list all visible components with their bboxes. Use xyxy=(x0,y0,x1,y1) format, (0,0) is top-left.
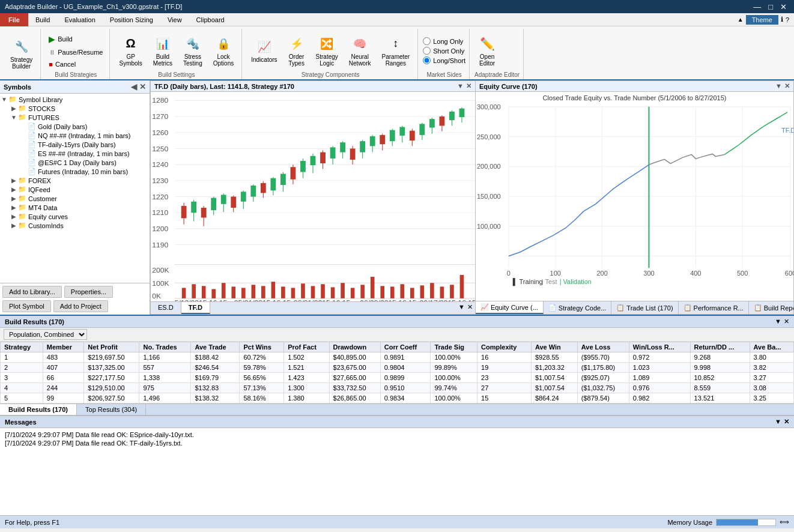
maximize-btn[interactable]: □ xyxy=(766,2,775,11)
menu-view[interactable]: View xyxy=(160,13,189,26)
performance-r-tab[interactable]: 📋 Performance R... xyxy=(679,301,749,314)
menu-build[interactable]: Build xyxy=(28,13,57,26)
top-results-tab[interactable]: Top Results (304) xyxy=(77,404,146,415)
properties-button[interactable]: Properties... xyxy=(64,286,113,298)
order-types-button[interactable]: ⚡ OrderTypes xyxy=(284,32,309,70)
equity-close-btn[interactable]: ✕ xyxy=(784,82,790,90)
long-short-option[interactable]: Long/Short xyxy=(423,56,465,64)
messages-close-icon[interactable]: ✕ xyxy=(784,418,789,426)
tree-node-equitycurves[interactable]: ▶📁Equity curves xyxy=(0,212,150,221)
add-to-library-button[interactable]: Add to Library... xyxy=(2,286,62,298)
col-trade-sig[interactable]: Trade Sig xyxy=(431,342,477,352)
tree-node-stocks[interactable]: ▶📁STOCKS xyxy=(0,104,150,113)
tree-node-nq[interactable]: 📄NQ ##-## (Intraday, 1 min bars) xyxy=(0,131,150,140)
tree-node-mt4data[interactable]: ▶📁MT4 Data xyxy=(0,203,150,212)
chart-dropdown-btn[interactable]: ▼ xyxy=(457,82,464,90)
tree-toggle-futures[interactable]: ▼ xyxy=(10,114,18,121)
menu-position-sizing[interactable]: Position Sizing xyxy=(103,13,160,26)
tree-node-forex[interactable]: ▶📁FOREX xyxy=(0,176,150,185)
symbols-pin-btn[interactable]: ◀ xyxy=(131,82,137,91)
results-close-icon[interactable]: ✕ xyxy=(784,318,789,325)
results-dropdown-icon[interactable]: ▼ xyxy=(775,318,781,325)
table-row[interactable]: 599$206,927.501,496$138.3258.16%1.380$26… xyxy=(1,393,794,404)
col-drawdown[interactable]: Drawdown xyxy=(329,342,380,352)
menu-evaluation[interactable]: Evaluation xyxy=(57,13,102,26)
plot-symbol-button[interactable]: Plot Symbol xyxy=(2,300,51,312)
trade-list-tab[interactable]: 📋 Trade List (170) xyxy=(611,301,678,314)
long-only-radio[interactable] xyxy=(423,37,431,45)
memory-resize-handle[interactable]: ⟺ xyxy=(780,518,789,526)
build-results-tab[interactable]: Build Results (170) xyxy=(0,404,77,415)
population-select[interactable]: Population, Combined xyxy=(4,329,87,340)
tree-node-custominds[interactable]: ▶📁CustomInds xyxy=(0,221,150,230)
neural-network-button[interactable]: 🧠 NeuralNetwork xyxy=(345,32,375,70)
tree-node-esc1[interactable]: 📄@ES#C 1 Day (Daily bars) xyxy=(0,158,150,167)
col-prof-fact[interactable]: Prof Fact xyxy=(284,342,329,352)
tree-toggle-forex[interactable]: ▶ xyxy=(10,177,18,184)
col-ave-loss[interactable]: Ave Loss xyxy=(577,342,629,352)
tree-toggle-equitycurves[interactable]: ▶ xyxy=(10,213,18,220)
table-row[interactable]: 4244$129,510.00975$132.8357.13%1.300$33,… xyxy=(1,383,794,393)
col-member[interactable]: Member xyxy=(43,342,84,352)
tree-node-futures[interactable]: ▼📁FUTURES xyxy=(0,113,150,122)
chart-tab-esd[interactable]: ES.D xyxy=(151,302,181,314)
add-to-project-button[interactable]: Add to Project xyxy=(53,300,108,312)
col-ave-ba[interactable]: Ave Ba... xyxy=(750,342,794,352)
table-row[interactable]: 2407$137,325.00557$246.5459.78%1.521$23,… xyxy=(1,363,794,373)
tree-toggle-mt4data[interactable]: ▶ xyxy=(10,204,18,211)
long-short-radio[interactable] xyxy=(423,56,431,64)
long-only-option[interactable]: Long Only xyxy=(423,37,465,45)
help-icon[interactable]: ? xyxy=(786,16,789,23)
pause-resume-button[interactable]: ⏸ Pause/Resume xyxy=(46,47,106,58)
tree-toggle-custominds[interactable]: ▶ xyxy=(10,222,18,229)
col-net-profit[interactable]: Net Profit xyxy=(84,342,139,352)
tree-node-es[interactable]: 📄ES ##-## (Intraday, 1 min bars) xyxy=(0,149,150,158)
col-strategy[interactable]: Strategy xyxy=(1,342,43,352)
col-return-dd[interactable]: Return/DD ... xyxy=(690,342,750,352)
col-corr-coeff[interactable]: Corr Coeff xyxy=(380,342,431,352)
strategy-code-tab[interactable]: 📄 Strategy Code... xyxy=(544,301,612,314)
short-only-option[interactable]: Short Only xyxy=(423,47,465,55)
minimize-btn[interactable]: — xyxy=(751,2,763,11)
strategy-logic-button[interactable]: 🔀 StrategyLogic xyxy=(312,32,342,70)
stress-testing-button[interactable]: 🔩 StressTesting xyxy=(179,32,207,70)
build-metrics-button[interactable]: 📊 BuildMetrics xyxy=(149,32,177,70)
tree-toggle-symbol-library[interactable]: ▼ xyxy=(0,96,8,103)
build-button[interactable]: ▶ Build xyxy=(46,32,106,46)
close-btn[interactable]: ✕ xyxy=(778,2,789,11)
equity-dropdown-btn[interactable]: ▼ xyxy=(775,82,782,90)
short-only-radio[interactable] xyxy=(423,47,431,55)
chart-tab-close-icon[interactable]: ✕ xyxy=(467,303,473,313)
info-icon[interactable]: ℹ xyxy=(781,16,783,23)
col-win-loss[interactable]: Win/Loss R... xyxy=(629,342,690,352)
col-ave-trade[interactable]: Ave Trade xyxy=(191,342,240,352)
table-row[interactable]: 1483$219,697.501,166$188.4260.72%1.502$4… xyxy=(1,352,794,363)
menu-clipboard[interactable]: Clipboard xyxy=(189,13,232,26)
tree-node-gold[interactable]: 📄Gold (Daily bars) xyxy=(0,122,150,131)
tree-toggle-iqfeed[interactable]: ▶ xyxy=(10,186,18,193)
indicators-button[interactable]: 📈 Indicators xyxy=(247,35,281,66)
equity-curve-tab[interactable]: 📈 Equity Curve (... xyxy=(476,301,544,314)
chart-close-btn[interactable]: ✕ xyxy=(466,82,471,90)
theme-button[interactable]: Theme xyxy=(746,15,778,25)
tree-node-iqfeed[interactable]: ▶📁IQFeed xyxy=(0,185,150,194)
col-no-trades[interactable]: No. Trades xyxy=(139,342,191,352)
strategy-builder-button[interactable]: 🔧 StrategyBuilder xyxy=(6,35,37,73)
menu-file[interactable]: File xyxy=(0,13,28,26)
tree-node-customer[interactable]: ▶📁Customer xyxy=(0,194,150,203)
tree-toggle-customer[interactable]: ▶ xyxy=(10,195,18,202)
lock-options-button[interactable]: 🔒 LockOptions xyxy=(209,32,238,70)
gp-symbols-button[interactable]: Ω GPSymbols xyxy=(115,32,146,70)
build-report-tab[interactable]: 📋 Build Report (... xyxy=(749,301,793,314)
col-complexity[interactable]: Complexity xyxy=(477,342,532,352)
cancel-button[interactable]: ■ Cancel xyxy=(46,59,106,70)
tree-toggle-stocks[interactable]: ▶ xyxy=(10,105,18,112)
open-editor-button[interactable]: ✏️ OpenEditor xyxy=(474,32,500,70)
table-row[interactable]: 366$227,177.501,338$169.7956.65%1.423$27… xyxy=(1,373,794,383)
tree-node-symbol-library[interactable]: ▼📁Symbol Library xyxy=(0,95,150,104)
messages-dropdown-icon[interactable]: ▼ xyxy=(775,418,781,426)
tree-node-futures-intraday[interactable]: 📄Futures (Intraday, 10 min bars) xyxy=(0,167,150,176)
chart-tab-dropdown-icon[interactable]: ▼ xyxy=(458,303,465,313)
tree-node-tfdaily[interactable]: 📄TF-daily-15yrs (Daily bars) xyxy=(0,140,150,149)
param-ranges-button[interactable]: ↕ ParameterRanges xyxy=(378,32,414,70)
